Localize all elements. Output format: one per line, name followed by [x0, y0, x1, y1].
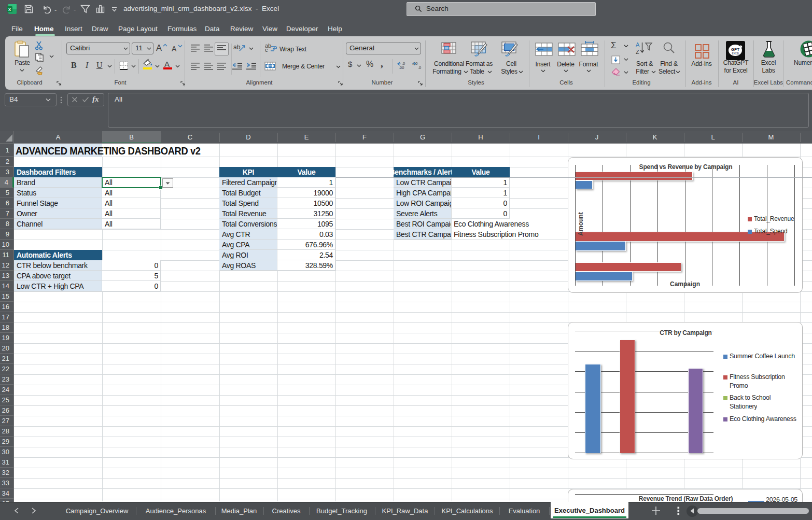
svg-text:GPT: GPT — [731, 47, 740, 52]
svg-text:EXCEL: EXCEL — [732, 52, 740, 55]
svg-text:.00: .00 — [399, 65, 404, 69]
svg-text:x: x — [8, 7, 11, 12]
svg-text:A: A — [636, 41, 640, 48]
svg-text:Z: Z — [636, 49, 639, 55]
